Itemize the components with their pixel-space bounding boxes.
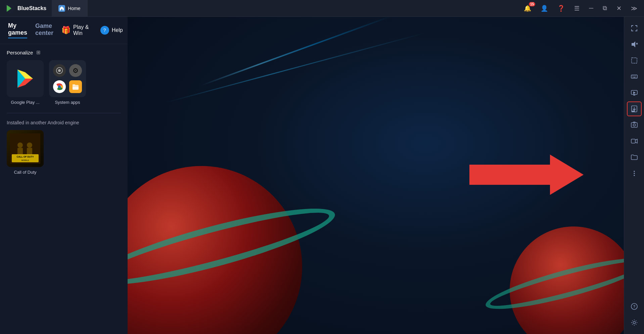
svg-point-49 [634, 175, 635, 176]
sidebar-help-icon: ? [631, 303, 638, 310]
sidebar-settings-icon [631, 319, 638, 326]
chrome-icon [53, 80, 66, 93]
svg-marker-24 [469, 155, 584, 195]
account-button[interactable]: 👤 [538, 3, 551, 13]
cast-icon [631, 89, 638, 96]
fullscreen-button[interactable] [627, 21, 642, 36]
selection-icon [631, 57, 638, 64]
installed-header: Installed in another Android engine [7, 120, 121, 125]
folder-icon [631, 154, 638, 161]
installed-apps-grid: CALL OF DUTY MOBILE Call of Duty [7, 130, 121, 175]
more-icon [631, 170, 638, 177]
svg-text:CALL OF DUTY: CALL OF DUTY [16, 156, 34, 158]
selection-button[interactable] [627, 53, 642, 68]
svg-point-48 [634, 173, 635, 174]
bluestacks-logo-icon [4, 3, 15, 14]
app-name-label: BlueStacks [17, 5, 46, 11]
home-tab-label: Home [68, 6, 80, 11]
personalize-header: Personalize ⊞ [7, 49, 121, 55]
svg-rect-28 [632, 58, 637, 63]
help-label: Help [112, 27, 123, 33]
system-apps-label: System apps [55, 100, 80, 105]
logo-area: BlueStacks [4, 3, 46, 14]
video-record-icon [631, 137, 638, 145]
help-button[interactable]: ❓ [555, 3, 567, 13]
play-win-label: Play & Win [73, 24, 95, 36]
fullscreen-icon [631, 25, 638, 32]
my-games-tab[interactable]: My games [8, 22, 27, 38]
svg-rect-46 [631, 139, 635, 143]
section-divider [7, 113, 121, 113]
restore-button[interactable]: ⧉ [600, 3, 610, 13]
svg-text:MOBILE: MOBILE [21, 159, 29, 161]
folder-button[interactable] [627, 150, 642, 165]
minimize-button[interactable]: ─ [586, 3, 596, 13]
home-tab[interactable]: Home [52, 0, 87, 16]
volume-mute-icon [631, 41, 638, 48]
installed-section: Installed in another Android engine [0, 116, 128, 179]
svg-marker-25 [632, 41, 635, 47]
svg-text:?: ? [633, 305, 635, 308]
arrow-svg [469, 148, 584, 202]
screenshot-button[interactable] [627, 118, 642, 132]
right-sidebar: APK [624, 17, 644, 334]
google-play-app-item[interactable]: Google Play ... [7, 60, 44, 105]
help-link-button[interactable]: ? Help [100, 26, 123, 35]
collapse-sidebar-button[interactable]: ≫ [628, 3, 640, 13]
video-record-button[interactable] [627, 134, 642, 149]
svg-text:APK: APK [632, 111, 635, 112]
volume-button[interactable] [627, 37, 642, 52]
menu-button[interactable]: ☰ [571, 3, 582, 13]
google-play-icon [7, 60, 44, 97]
svg-point-19 [27, 142, 32, 148]
file-manager-icon [69, 80, 82, 93]
gear-settings-icon: ⚙ [69, 64, 82, 77]
game-center-tab[interactable]: Game center [35, 23, 53, 38]
sidebar-help-button[interactable]: ? [627, 299, 642, 314]
close-button[interactable]: ✕ [614, 3, 624, 13]
svg-point-52 [633, 322, 635, 324]
svg-point-17 [17, 142, 23, 148]
svg-point-47 [634, 171, 635, 172]
apk-install-icon: APK [631, 105, 638, 113]
personalize-label: Personalize [7, 50, 33, 55]
svg-point-11 [58, 69, 61, 72]
notification-badge: 15 [529, 2, 535, 6]
svg-rect-43 [631, 123, 637, 127]
svg-rect-29 [631, 75, 637, 78]
title-bar: BlueStacks Home 🔔 15 👤 ❓ ☰ ─ ⧉ ✕ ≫ [0, 0, 644, 17]
call-of-duty-label: Call of Duty [14, 170, 36, 175]
notifications-button[interactable]: 🔔 15 [521, 3, 534, 13]
content-area [128, 17, 624, 334]
light-streak-1 [200, 17, 390, 86]
google-play-label: Google Play ... [11, 100, 39, 105]
help-circle-icon: ? [100, 26, 109, 35]
system-apps-icon: ⚙ [49, 60, 86, 97]
screenshot-icon [631, 121, 638, 129]
titlebar-controls: 🔔 15 👤 ❓ ☰ ─ ⧉ ✕ ≫ [521, 3, 640, 13]
apk-install-button[interactable]: APK [627, 101, 642, 116]
cast-button[interactable] [627, 85, 642, 100]
red-arrow-annotation [469, 148, 584, 203]
svg-rect-45 [633, 122, 635, 123]
home-tab-icon [58, 5, 65, 12]
light-streak-2 [166, 33, 425, 103]
tab-area: Home [52, 0, 87, 16]
camera-icon [53, 64, 66, 77]
svg-rect-15 [73, 84, 75, 86]
system-apps-app-item[interactable]: ⚙ [49, 60, 86, 105]
svg-point-44 [633, 124, 635, 126]
call-of-duty-app-item[interactable]: CALL OF DUTY MOBILE Call of Duty [7, 130, 44, 175]
svg-marker-39 [633, 91, 636, 94]
left-panel: My games Game center 🎁 Play & Win ? Help… [0, 17, 128, 334]
svg-rect-14 [73, 85, 79, 90]
top-nav: My games Game center 🎁 Play & Win ? Help… [0, 17, 128, 44]
keyboard-button[interactable] [627, 69, 642, 84]
more-options-button[interactable] [627, 166, 642, 181]
play-win-button[interactable]: 🎁 Play & Win [61, 24, 95, 36]
grid-icon: ⊞ [36, 49, 41, 55]
apps-grid: Google Play ... ⚙ [7, 60, 121, 105]
personalize-section: Personalize ⊞ Google Play [0, 44, 128, 110]
keyboard-icon [631, 73, 638, 80]
sidebar-settings-button[interactable] [627, 315, 642, 330]
